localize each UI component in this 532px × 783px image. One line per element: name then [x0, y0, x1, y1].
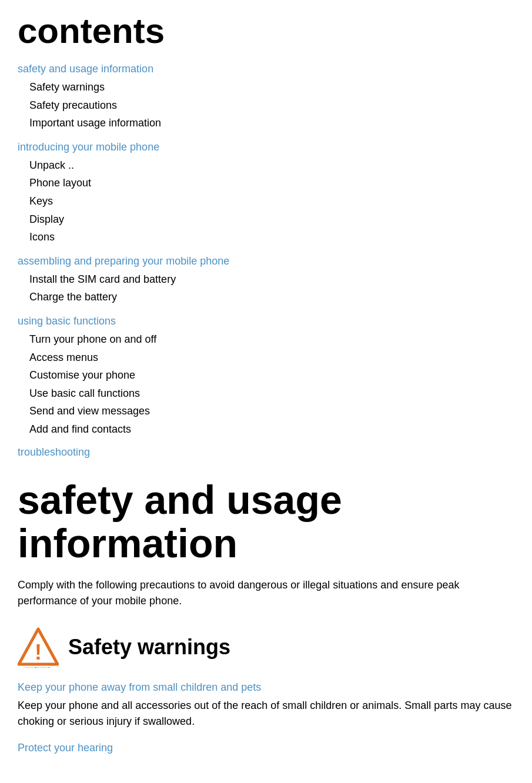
subsection-text-children: Keep your phone and all accessories out …: [18, 698, 514, 730]
table-of-contents: safety and usage information Safety warn…: [18, 61, 514, 460]
list-item: Turn your phone on and off: [18, 330, 514, 349]
section-description: Comply with the following precautions to…: [18, 577, 514, 609]
subsection-heading-children: Keep your phone away from small children…: [18, 680, 514, 695]
toc-heading-basic-functions: using basic functions: [18, 313, 514, 329]
subsection-children-pets: Keep your phone away from small children…: [18, 680, 514, 730]
warning-icon: ! WARNING: [18, 627, 59, 668]
svg-text:WARNING: WARNING: [25, 666, 51, 668]
list-item: Keys: [18, 192, 514, 210]
warning-title: Safety warnings: [68, 631, 230, 663]
toc-section-assembling: assembling and preparing your mobile pho…: [18, 253, 514, 306]
toc-section-basic-functions: using basic functions Turn your phone on…: [18, 313, 514, 439]
list-item: Customise your phone: [18, 366, 514, 384]
list-item: Add and find contacts: [18, 420, 514, 439]
toc-section-safety: safety and usage information Safety warn…: [18, 61, 514, 132]
warning-box: ! WARNING Safety warnings: [18, 627, 514, 668]
list-item: Safety precautions: [18, 96, 514, 115]
list-item: Icons: [18, 228, 514, 246]
list-item: Access menus: [18, 349, 514, 367]
list-item: Unpack ..: [18, 156, 514, 175]
toc-heading-safety: safety and usage information: [18, 61, 514, 77]
list-item: Phone layout: [18, 174, 514, 192]
toc-troubleshooting-link[interactable]: troubleshooting: [18, 444, 514, 460]
list-item: Use basic call functions: [18, 384, 514, 403]
toc-section-intro: introducing your mobile phone Unpack .. …: [18, 139, 514, 246]
list-item: Send and view messages: [18, 402, 514, 420]
list-item: Charge the battery: [18, 288, 514, 306]
section-main-title: safety and usage information: [18, 478, 514, 566]
list-item: Important usage information: [18, 114, 514, 132]
list-item: Install the SIM card and battery: [18, 270, 514, 289]
list-item: Safety warnings: [18, 78, 514, 96]
subsection-hearing: Protect your hearing: [18, 740, 514, 756]
list-item: Display: [18, 210, 514, 229]
svg-text:!: !: [35, 640, 42, 664]
subsection-heading-hearing: Protect your hearing: [18, 740, 514, 756]
toc-heading-assembling: assembling and preparing your mobile pho…: [18, 253, 514, 269]
page-title: contents: [18, 12, 514, 51]
toc-heading-intro: introducing your mobile phone: [18, 139, 514, 155]
safety-section: safety and usage information Comply with…: [18, 478, 514, 757]
